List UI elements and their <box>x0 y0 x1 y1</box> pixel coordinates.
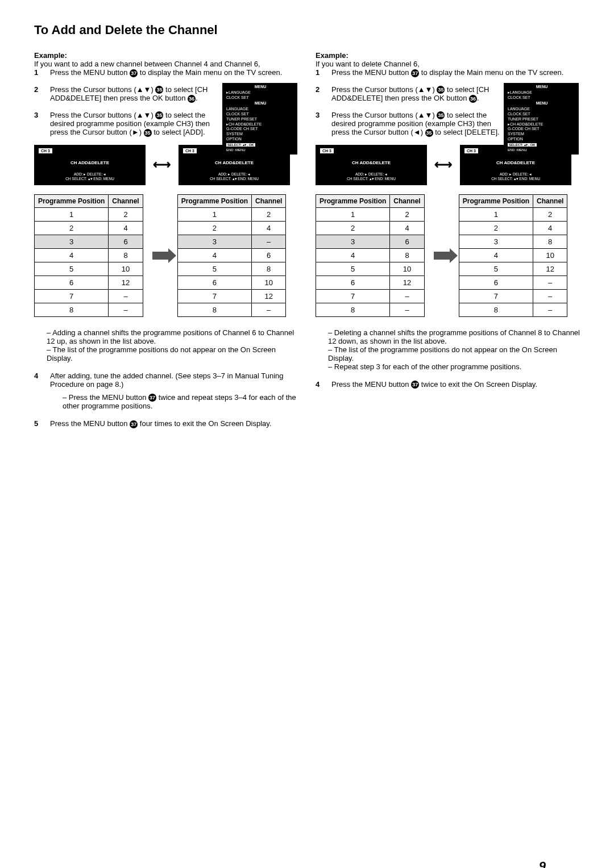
step-text: Press the Cursor buttons (▲▼) 35 to sele… <box>50 85 208 103</box>
osd-menu: MENU LANGUAGE CLOCK SET TUNER PRESET CH … <box>222 99 297 155</box>
programme-table-before: Programme PositionChannel122436485106127… <box>34 194 143 317</box>
delete-notes: Deleting a channel shifts the programme … <box>316 328 580 371</box>
ok-button-icon: 36 <box>188 95 196 103</box>
step-number: 4 <box>316 380 320 389</box>
step-text: Press the Cursor buttons (▲▼) 35 to sele… <box>331 85 489 103</box>
step-text: After adding, tune the added channel. (S… <box>50 372 284 389</box>
cursor-button-icon: 35 <box>155 111 163 119</box>
programme-table-before: Programme PositionChannel122436485106127… <box>316 194 425 317</box>
step-text: Press the Cursor buttons (▲▼) 35 to sele… <box>331 111 500 137</box>
arrow-bidirectional-icon: ⟷ <box>154 157 171 172</box>
cursor-button-icon: 35 <box>425 129 433 137</box>
delete-column: Example: If you want to delete Channel 6… <box>316 45 580 436</box>
step-number: 3 <box>316 111 320 119</box>
step-number: 1 <box>34 68 38 77</box>
step-number: 2 <box>34 85 38 94</box>
menu-button-icon: 37 <box>148 394 156 402</box>
delete-intro: If you want to delete Channel 6, <box>316 60 580 68</box>
step-text: Press the MENU button 37 to display the … <box>50 68 282 77</box>
ok-button-icon: 36 <box>469 95 477 103</box>
osd-panel: CH 3 CH ADD&DELETE ADD: ▸ DELETE: ◂CH SE… <box>34 145 146 185</box>
cursor-button-icon: 35 <box>437 86 445 94</box>
section-title: To Add and Delete the Channel <box>34 23 580 37</box>
cursor-button-icon: 35 <box>437 111 445 119</box>
step-text: Press the MENU button 37 to display the … <box>331 68 563 77</box>
menu-button-icon: 37 <box>130 69 138 77</box>
arrow-bidirectional-icon: ⟷ <box>435 157 452 172</box>
add-column: Example: If you want to add a new channe… <box>34 45 298 436</box>
arrow-right-icon <box>434 252 450 260</box>
step-number: 5 <box>34 419 38 428</box>
programme-table-after: Programme PositionChannel12243–465861071… <box>177 194 287 317</box>
menu-button-icon: 37 <box>411 381 419 389</box>
menu-button-icon: 37 <box>130 420 138 428</box>
programme-table-after: Programme PositionChannel1224384105126–7… <box>459 194 568 317</box>
menu-button-icon: 37 <box>411 69 419 77</box>
cursor-button-icon: 35 <box>155 86 163 94</box>
example-label: Example: <box>34 51 298 60</box>
osd-menu: MENU LANGUAGE CLOCK SET TUNER PRESET CH … <box>504 99 579 155</box>
step-number: 4 <box>34 372 38 380</box>
example-label: Example: <box>316 51 580 60</box>
page-number: 9 <box>539 859 546 868</box>
arrow-right-icon <box>152 252 168 260</box>
step-number: 3 <box>34 111 38 119</box>
osd-panel: CH 3 CH ADD&DELETE ADD: ▸ DELETE: ◂CH SE… <box>316 145 427 185</box>
step-text: Press the MENU button 37 four times to e… <box>50 419 271 428</box>
step-text: Press the MENU button 37 twice to exit t… <box>331 380 537 389</box>
step-number: 1 <box>316 68 320 77</box>
add-notes: Adding a channel shifts the programme po… <box>34 328 298 362</box>
step-number: 2 <box>316 85 320 94</box>
add-intro: If you want to add a new channel between… <box>34 60 298 68</box>
step-text: Press the Cursor buttons (▲▼) 35 to sele… <box>50 111 210 137</box>
cursor-button-icon: 35 <box>144 129 152 137</box>
